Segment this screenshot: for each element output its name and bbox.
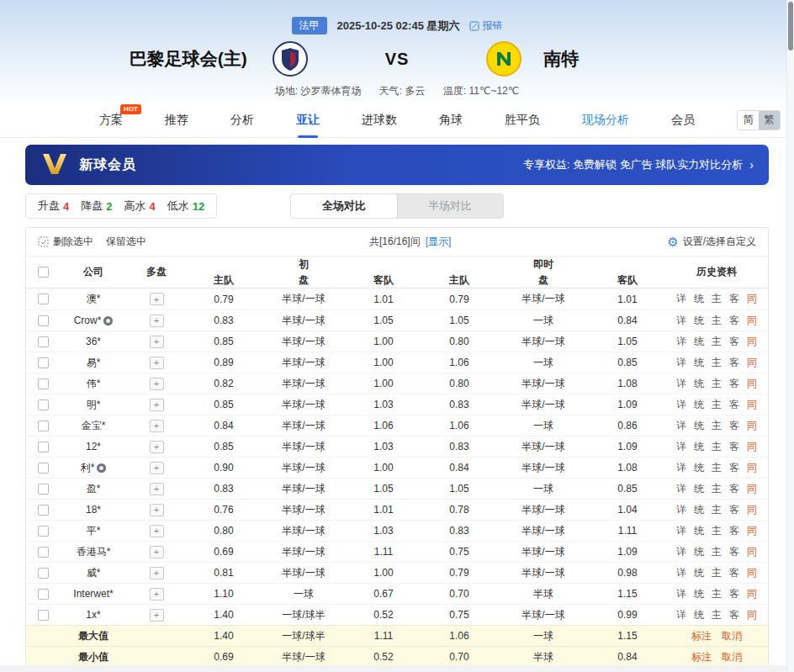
expand-multi-odds-button[interactable]: + [150,420,164,432]
row-checkbox[interactable] [38,442,49,452]
history-link-home[interactable]: 主 [712,608,722,622]
mark-link[interactable]: 标注 [691,650,712,664]
tab-现场分析[interactable]: 现场分析 [582,101,629,138]
company-cell[interactable]: Interwet* [60,588,127,600]
expand-multi-odds-button[interactable]: + [150,293,164,305]
history-link-same[interactable]: 同 [747,419,757,433]
league-badge[interactable]: 法甲 [292,17,327,34]
row-checkbox[interactable] [38,421,49,431]
row-checkbox[interactable] [38,610,49,621]
history-link-away[interactable]: 客 [729,356,739,370]
history-link-stats[interactable]: 统 [694,440,704,454]
history-link-same[interactable]: 同 [747,314,757,328]
history-link-away[interactable]: 客 [729,608,739,622]
history-link-detail[interactable]: 详 [676,356,686,370]
history-link-away[interactable]: 客 [729,461,739,475]
history-link-same[interactable]: 同 [747,566,757,580]
tab-方案[interactable]: 方案HOT [99,101,123,138]
history-link-stats[interactable]: 统 [694,314,704,328]
history-link-away[interactable]: 客 [729,398,739,412]
lang-traditional-button[interactable]: 繁 [759,111,780,130]
history-link-stats[interactable]: 统 [694,335,704,349]
history-link-detail[interactable]: 详 [676,482,686,496]
settings-control[interactable]: ⚙ 设置/选择自定义 [667,235,756,249]
history-link-stats[interactable]: 统 [694,461,704,475]
tab-进球数[interactable]: 进球数 [362,101,397,138]
row-checkbox[interactable] [38,336,49,347]
company-cell[interactable]: 12* [60,441,127,452]
history-link-home[interactable]: 主 [712,503,722,517]
company-cell[interactable]: 澳* [60,292,127,306]
history-link-same[interactable]: 同 [747,461,757,475]
history-link-stats[interactable]: 统 [694,524,704,538]
expand-multi-odds-button[interactable]: + [150,525,164,537]
expand-multi-odds-button[interactable]: + [150,546,164,558]
report-error-link[interactable]: 报错 [469,19,502,33]
history-link-detail[interactable]: 详 [676,292,686,306]
expand-multi-odds-button[interactable]: + [150,378,164,390]
delete-selected-button[interactable]: 删除选中 [53,235,93,249]
row-checkbox[interactable] [38,589,49,600]
history-link-detail[interactable]: 详 [676,587,686,601]
filter-stat-升盘[interactable]: 升盘4 [38,198,69,214]
tab-亚让[interactable]: 亚让 [296,101,320,138]
history-link-home[interactable]: 主 [712,545,722,559]
history-link-away[interactable]: 客 [729,524,739,538]
history-link-home[interactable]: 主 [712,314,722,328]
history-link-stats[interactable]: 统 [694,608,704,622]
row-checkbox[interactable] [38,378,49,389]
history-link-same[interactable]: 同 [747,440,757,454]
history-link-same[interactable]: 同 [747,587,757,601]
company-cell[interactable]: 易* [60,356,127,370]
history-link-away[interactable]: 客 [729,335,739,349]
history-link-stats[interactable]: 统 [694,377,704,391]
show-link[interactable]: [显示] [426,235,452,249]
lang-simplified-button[interactable]: 简 [738,111,759,130]
select-all-checkbox[interactable] [38,267,49,278]
history-link-home[interactable]: 主 [712,335,722,349]
history-link-home[interactable]: 主 [712,356,722,370]
history-link-home[interactable]: 主 [712,377,722,391]
history-link-detail[interactable]: 详 [676,608,686,622]
vip-benefits[interactable]: 专享权益: 免费解锁 免广告 球队实力对比分析 › [523,157,754,172]
row-checkbox[interactable] [38,315,49,326]
row-checkbox[interactable] [38,463,49,474]
company-cell[interactable]: 1x* [60,609,127,621]
company-cell[interactable]: 利* [60,461,127,475]
expand-multi-odds-button[interactable]: + [150,315,164,327]
company-cell[interactable]: 平* [60,524,127,538]
company-cell[interactable]: 伟* [60,377,127,391]
company-cell[interactable]: 18* [60,504,127,516]
history-link-stats[interactable]: 统 [694,419,704,433]
history-link-detail[interactable]: 详 [676,335,686,349]
history-link-away[interactable]: 客 [729,292,739,306]
scrollbar-thumb[interactable] [788,2,793,50]
expand-multi-odds-button[interactable]: + [150,609,164,622]
vip-banner[interactable]: 新球会员 专享权益: 免费解锁 免广告 球队实力对比分析 › [25,145,769,185]
expand-multi-odds-button[interactable]: + [150,441,164,453]
history-link-detail[interactable]: 详 [676,419,686,433]
row-checkbox[interactable] [38,357,49,368]
history-link-away[interactable]: 客 [729,545,739,559]
history-link-stats[interactable]: 统 [694,545,704,559]
history-link-home[interactable]: 主 [712,292,722,306]
history-link-away[interactable]: 客 [729,482,739,496]
history-link-home[interactable]: 主 [712,524,722,538]
company-cell[interactable]: 威* [60,566,127,580]
row-checkbox[interactable] [38,294,49,304]
history-link-detail[interactable]: 详 [676,461,686,475]
row-checkbox[interactable] [38,568,49,579]
history-link-detail[interactable]: 详 [676,440,686,454]
history-link-same[interactable]: 同 [747,356,757,370]
company-cell[interactable]: Crow* [60,315,127,326]
company-cell[interactable]: 明* [60,398,127,412]
history-link-detail[interactable]: 详 [676,398,686,412]
company-cell[interactable]: 盈* [60,482,127,496]
history-link-away[interactable]: 客 [729,587,739,601]
history-link-detail[interactable]: 详 [676,314,686,328]
cancel-link[interactable]: 取消 [722,629,742,643]
scrollbar[interactable] [786,0,794,672]
cancel-link[interactable]: 取消 [722,650,742,664]
history-link-same[interactable]: 同 [747,482,757,496]
history-link-stats[interactable]: 统 [694,587,704,601]
